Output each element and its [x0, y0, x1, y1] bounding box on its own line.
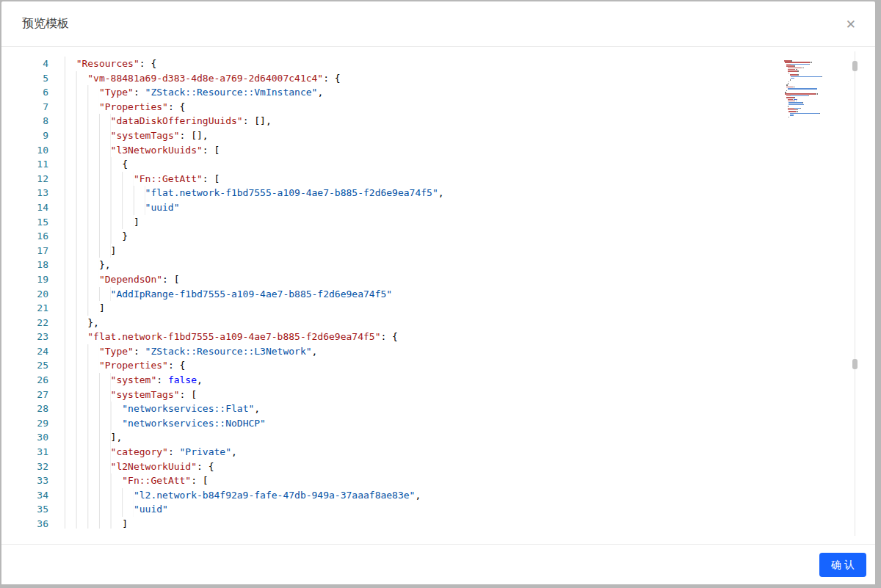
line-number: 8 — [1, 114, 48, 128]
modal-body: 4"Resources": {5"vm-88481a69-d383-4d8e-a… — [1, 47, 875, 544]
line-number: 4 — [1, 57, 48, 71]
code-line: 17] — [1, 244, 853, 258]
dialog-backdrop: 预览模板 ✕ 4"Resources": {5"vm-88481a69-d383… — [0, 0, 881, 588]
code-line: 16} — [1, 229, 853, 244]
line-number: 5 — [1, 71, 48, 86]
code-content: 4"Resources": {5"vm-88481a69-d383-4d8e-a… — [1, 57, 853, 529]
line-number: 23 — [1, 330, 48, 344]
preview-template-modal: 预览模板 ✕ 4"Resources": {5"vm-88481a69-d383… — [1, 1, 875, 584]
code-line: 36] — [1, 517, 853, 529]
line-number: 11 — [1, 157, 48, 172]
line-number: 9 — [1, 128, 48, 143]
code-line: 25"Properties": { — [1, 358, 853, 373]
line-number: 34 — [1, 488, 48, 503]
code-line: 24"Type": "ZStack::Resource::L3Network", — [1, 344, 853, 359]
code-line: 20"AddIpRange-f1bd7555-a109-4ae7-b885-f2… — [1, 287, 853, 302]
code-line: 15] — [1, 215, 853, 230]
code-line: 7"Properties": { — [1, 100, 853, 115]
code-line: 32"l2NetworkUuid": { — [1, 460, 853, 474]
line-number: 16 — [1, 229, 48, 244]
code-line: 9"systemTags": [], — [1, 128, 853, 143]
scrollbar-track[interactable] — [855, 51, 855, 536]
line-number: 35 — [1, 502, 48, 517]
line-number: 31 — [1, 445, 48, 460]
line-number: 26 — [1, 373, 48, 388]
code-line: 29"networkservices::NoDHCP" — [1, 416, 853, 431]
code-line: 35"uuid" — [1, 502, 853, 517]
code-line: 14"uuid" — [1, 200, 853, 215]
line-number: 18 — [1, 258, 48, 272]
code-editor[interactable]: 4"Resources": {5"vm-88481a69-d383-4d8e-a… — [1, 51, 853, 529]
line-number: 12 — [1, 172, 48, 186]
code-line: 11{ — [1, 157, 853, 172]
line-number: 6 — [1, 85, 48, 100]
code-line: 31"category": "Private", — [1, 445, 853, 460]
line-number: 22 — [1, 316, 48, 330]
line-number: 20 — [1, 287, 48, 302]
code-line: 33"Fn::GetAtt": [ — [1, 473, 853, 488]
modal-header: 预览模板 ✕ — [1, 1, 875, 47]
line-number: 15 — [1, 215, 48, 230]
line-number: 24 — [1, 344, 48, 359]
line-number: 28 — [1, 402, 48, 416]
line-number: 21 — [1, 301, 48, 316]
code-line: 19"DependsOn": [ — [1, 272, 853, 287]
line-number: 25 — [1, 358, 48, 373]
close-icon[interactable]: ✕ — [843, 15, 859, 33]
code-line: 22}, — [1, 316, 853, 330]
code-line: 28"networkservices::Flat", — [1, 402, 853, 416]
code-line: 5"vm-88481a69-d383-4d8e-a769-2d64007c41c… — [1, 71, 853, 86]
code-line: 27"systemTags": [ — [1, 388, 853, 402]
code-line: 18}, — [1, 258, 853, 272]
code-line: 30], — [1, 430, 853, 445]
line-number: 13 — [1, 186, 48, 200]
line-number: 33 — [1, 473, 48, 488]
line-number: 32 — [1, 460, 48, 474]
code-line: 23"flat.network-f1bd7555-a109-4ae7-b885-… — [1, 330, 853, 344]
line-number: 14 — [1, 200, 48, 215]
editor-scrollbar-thumb[interactable] — [852, 61, 858, 71]
modal-title: 预览模板 — [22, 16, 69, 32]
code-line: 6"Type": "ZStack::Resource::VmInstance", — [1, 85, 853, 100]
line-number: 29 — [1, 416, 48, 431]
body-scrollbar-thumb[interactable] — [852, 359, 858, 369]
line-number: 27 — [1, 388, 48, 402]
code-line: 13"flat.network-f1bd7555-a109-4ae7-b885-… — [1, 186, 853, 200]
code-line: 4"Resources": { — [1, 57, 853, 71]
code-line: 21] — [1, 301, 853, 316]
modal-footer: 确 认 — [1, 544, 875, 584]
code-line: 34"l2.network-b84f92a9-fafe-47db-949a-37… — [1, 488, 853, 503]
confirm-button[interactable]: 确 认 — [819, 553, 866, 577]
line-number: 17 — [1, 244, 48, 258]
line-number: 36 — [1, 517, 48, 529]
editor-minimap[interactable] — [783, 60, 853, 148]
code-line: 10"l3NetworkUuids": [ — [1, 143, 853, 158]
code-line: 8"dataDiskOfferingUuids": [], — [1, 114, 853, 128]
code-line: 12"Fn::GetAtt": [ — [1, 172, 853, 186]
line-number: 7 — [1, 100, 48, 115]
line-number: 19 — [1, 272, 48, 287]
line-number: 10 — [1, 143, 48, 158]
code-line: 26"system": false, — [1, 373, 853, 388]
line-number: 30 — [1, 430, 48, 445]
